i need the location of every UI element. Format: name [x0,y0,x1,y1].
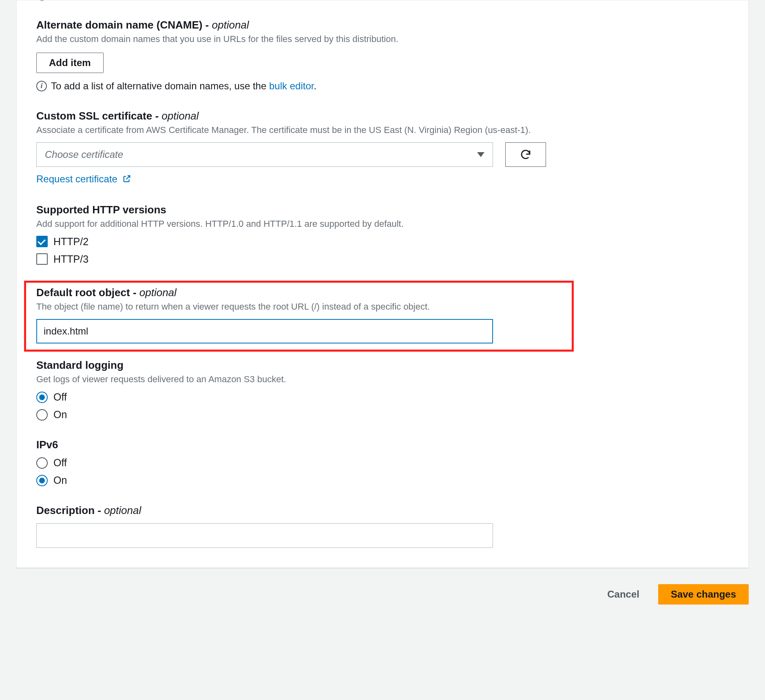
ipv6-on-row: On [36,474,729,486]
logging-label: Standard logging [36,359,729,372]
cname-info-row: i To add a list of alternative domain na… [36,80,729,92]
cname-info-text: To add a list of alternative domain name… [51,80,316,92]
http-label: Supported HTTP versions [36,204,729,216]
root-desc: The object (file name) to return when a … [36,301,729,313]
info-icon: i [36,81,47,91]
ipv6-field: IPv6 Off On [36,439,729,486]
root-optional: optional [139,286,177,299]
http3-label: HTTP/3 [53,253,88,265]
description-label: Description - [36,504,104,516]
ssl-field: Custom SSL certificate - optional Associ… [36,110,729,186]
cname-optional: optional [212,19,249,31]
ipv6-off-row: Off [36,457,729,469]
root-object-field: Default root object - optional The objec… [36,283,729,347]
ssl-label-row: Custom SSL certificate - optional [36,110,729,122]
add-item-button[interactable]: Add item [36,53,104,73]
http3-row: HTTP/3 [36,253,729,265]
bulk-editor-link[interactable]: bulk editor [269,80,314,91]
ipv6-label: IPv6 [36,439,729,451]
logging-on-radio[interactable] [36,409,48,421]
description-field: Description - optional [36,504,729,548]
add-item-label: Add item [49,57,91,69]
ssl-label: Custom SSL certificate - [36,110,161,122]
root-label-row: Default root object - optional [36,286,729,299]
http3-checkbox[interactable] [36,253,48,265]
save-changes-button[interactable]: Save changes [658,584,749,605]
price-class-radio[interactable] [36,0,48,1]
http-desc: Add support for additional HTTP versions… [36,218,729,230]
cancel-label: Cancel [607,589,639,600]
http2-checkbox[interactable] [36,236,48,247]
bulk-editor-link-text: bulk editor [269,80,314,91]
logging-off-row: Off [36,391,729,403]
description-input[interactable] [36,523,493,548]
ssl-desc: Associate a certificate from AWS Certifi… [36,124,729,136]
description-optional: optional [104,504,141,516]
ipv6-off-radio[interactable] [36,457,48,469]
ipv6-off-label: Off [53,457,67,469]
http2-row: HTTP/2 [36,236,729,248]
cancel-button[interactable]: Cancel [595,584,652,605]
ssl-optional: optional [161,110,199,122]
cname-label-row: Alternate domain name (CNAME) - optional [36,19,729,31]
logging-on-row: On [36,409,729,421]
cname-info-prefix: To add a list of alternative domain name… [51,80,269,91]
price-class-option-row: Use North America, Europe, Asia, Middle … [36,0,729,1]
form-actions: Cancel Save changes [16,581,749,613]
cname-desc: Add the custom domain names that you use… [36,33,729,45]
refresh-icon [520,148,532,161]
default-root-object-input[interactable] [36,319,493,343]
ssl-certificate-select[interactable]: Choose certificate [36,142,493,167]
logging-on-label: On [53,409,67,421]
http2-label: HTTP/2 [53,236,88,248]
ssl-select-row: Choose certificate [36,142,729,167]
refresh-certificates-button[interactable] [505,142,546,167]
page-container: Use North America, Europe, Asia, Middle … [0,0,765,629]
ssl-placeholder: Choose certificate [45,149,123,160]
ipv6-on-label: On [53,474,67,486]
cname-info-suffix: . [314,80,316,91]
external-link-icon [122,174,131,186]
root-label: Default root object - [36,286,139,299]
save-label: Save changes [671,589,736,600]
http-field: Supported HTTP versions Add support for … [36,204,729,265]
description-label-row: Description - optional [36,504,729,517]
cname-field: Alternate domain name (CNAME) - optional… [36,19,729,92]
ipv6-on-radio[interactable] [36,475,48,486]
logging-off-radio[interactable] [36,392,48,403]
cname-label: Alternate domain name (CNAME) - [36,19,212,31]
settings-card: Use North America, Europe, Asia, Middle … [16,0,749,568]
request-certificate-text: Request certificate [36,173,117,184]
chevron-down-icon [477,152,484,157]
logging-desc: Get logs of viewer requests delivered to… [36,373,729,385]
logging-off-label: Off [53,391,67,403]
logging-field: Standard logging Get logs of viewer requ… [36,359,729,421]
request-certificate-link[interactable]: Request certificate [36,173,131,184]
